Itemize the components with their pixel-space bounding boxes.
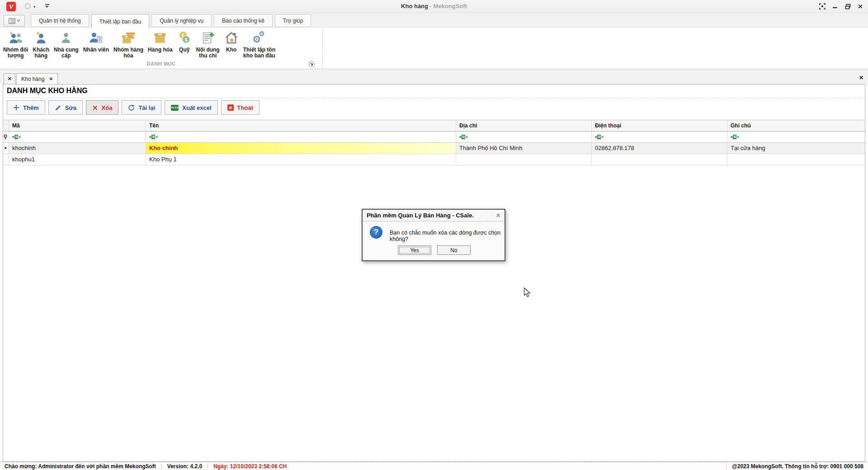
window-title: Kho hàng - MekongSoft xyxy=(0,0,868,13)
cell-ghi-chu[interactable] xyxy=(727,154,865,165)
title-bar: V ▾ Kho hàng - MekongSoft ✕ xyxy=(0,0,868,13)
abc-filter-icon: aBc xyxy=(12,132,21,142)
cell-ma[interactable]: khochinh xyxy=(9,143,146,154)
tab-close-icon[interactable]: ✕ xyxy=(49,76,52,81)
cell-dia-chi[interactable] xyxy=(456,154,592,165)
add-button[interactable]: Thêm xyxy=(7,100,45,115)
exit-button[interactable]: ✕ Thoát xyxy=(221,100,259,115)
header-dia-chi[interactable]: Địa chỉ xyxy=(456,120,592,131)
ribbon-tabs: Quản trị hệ thống Thiết lập ban đầu Quản… xyxy=(31,14,311,28)
minimize-icon xyxy=(832,4,838,9)
delete-button[interactable]: ✕ Xóa xyxy=(86,100,118,115)
ribbon-tab-quan-tri-he-thong[interactable]: Quản trị hệ thống xyxy=(31,14,89,27)
status-version: Version: 4.2.0 xyxy=(167,463,202,470)
ribbon-item-kho[interactable]: Kho xyxy=(222,29,241,53)
ribbon-tab-quan-ly-nghiep-vu[interactable]: Quản lý nghiệp vụ xyxy=(151,14,212,27)
cell-ten[interactable]: Kho Phụ 1 xyxy=(146,154,456,165)
window-controls: ✕ xyxy=(817,0,865,13)
cell-dien-thoai[interactable] xyxy=(592,154,727,165)
red-x-icon: ✕ xyxy=(92,104,98,111)
ribbon-items: Nhóm đối tượng Khách hàng Nhà cung cấp xyxy=(1,29,278,59)
content-panel: DANH MỤC KHO HÀNG Thêm Sửa ✕ Xóa Tải lại… xyxy=(3,84,865,462)
employee-icon xyxy=(89,31,103,45)
header-dien-thoai[interactable]: Điện thoại xyxy=(592,120,727,131)
fit-screen-button[interactable] xyxy=(817,1,827,11)
abc-filter-icon: aBc xyxy=(595,132,604,142)
dialog-message: Bạn có chắc muốn xóa các dòng được chọn … xyxy=(390,230,505,242)
filter-pin-icon xyxy=(3,132,9,142)
fit-screen-icon xyxy=(819,3,826,9)
header-ghi-chu[interactable]: Ghi chú xyxy=(727,120,865,131)
product-icon xyxy=(153,31,167,45)
question-icon: ? xyxy=(370,226,382,239)
yes-button[interactable]: Yes xyxy=(398,245,431,255)
exit-icon: ✕ xyxy=(227,104,234,111)
object-group-icon xyxy=(9,31,23,45)
strip-close-button[interactable]: ✕ xyxy=(859,75,863,81)
document-tab-strip: ✕ Kho hàng ✕ ✕ xyxy=(0,69,868,84)
ribbon-item-nhom-doi-tuong[interactable]: Nhóm đối tượng xyxy=(1,29,30,59)
abc-filter-icon: aBc xyxy=(149,132,158,142)
window-title-main: Kho hàng xyxy=(401,3,428,9)
svg-text:$: $ xyxy=(184,37,187,42)
ribbon-item-nhom-hang-hoa[interactable]: Nhóm hàng hóa xyxy=(111,29,146,59)
document-plus-icon xyxy=(201,31,215,45)
filter-dien-thoai-input[interactable]: aBc xyxy=(592,132,727,142)
pencil-icon xyxy=(55,104,61,111)
application-menu-dropdown-icon xyxy=(17,19,20,22)
status-separator xyxy=(208,464,208,469)
ribbon-tab-bao-cao-thong-ke[interactable]: Báo cáo thống kê xyxy=(214,14,272,27)
restore-button[interactable] xyxy=(843,1,853,11)
status-date: Ngày: 12/10/2023 2:58:06 CH xyxy=(213,463,287,470)
window-title-suffix: - MekongSoft xyxy=(428,3,467,9)
header-ten[interactable]: Tên xyxy=(146,120,456,131)
cell-dia-chi[interactable]: Thành Phố Hồ Chí Minh xyxy=(456,143,592,154)
filter-ghi-chu-input[interactable]: aBc xyxy=(727,132,865,142)
cell-ghi-chu[interactable]: Tại cửa hàng xyxy=(727,143,865,154)
close-all-tabs-button[interactable]: ✕ xyxy=(4,73,15,84)
header-selector-cell xyxy=(3,120,9,131)
close-button[interactable]: ✕ xyxy=(855,1,865,11)
ribbon-item-quy[interactable]: € $ Quỹ xyxy=(175,29,194,53)
status-bar: Chào mừng: Administrator đến với phần mề… xyxy=(0,462,868,470)
status-welcome: Chào mừng: Administrator đến với phần mề… xyxy=(5,463,156,470)
export-excel-button[interactable]: XLSX Xuất excel xyxy=(165,100,217,115)
dialog-close-icon[interactable]: ✕ xyxy=(496,212,500,219)
table-row-khochinh[interactable]: ► khochinh Kho chính Thành Phố Hồ Chí Mi… xyxy=(3,143,865,154)
filter-ma-input[interactable]: aBc xyxy=(9,132,146,142)
xlsx-icon: XLSX xyxy=(171,105,179,111)
dialog-title: Phần mềm Quản Lý Bán Hàng - CSale. xyxy=(367,212,474,219)
active-row-indicator-icon: ► xyxy=(3,143,9,154)
filter-row: aBc aBc aBc aBc aBc xyxy=(3,132,865,143)
row-selector-cell[interactable] xyxy=(3,154,9,165)
reload-button[interactable]: Tải lại xyxy=(122,100,161,115)
filter-dia-chi-input[interactable]: aBc xyxy=(456,132,592,142)
filter-ten-input[interactable]: aBc xyxy=(146,132,456,142)
ribbon-tab-tro-giup[interactable]: Trợ giúp xyxy=(275,14,311,27)
ribbon-group-label: DANH MỤC xyxy=(0,61,322,66)
ribbon-group-separator xyxy=(322,29,323,68)
application-window: V ▾ Kho hàng - MekongSoft ✕ Quản trị hệ xyxy=(0,0,868,470)
ribbon-tab-thiet-lap-ban-dau[interactable]: Thiết lập ban đầu xyxy=(91,14,150,28)
ribbon-item-noi-dung-thu-chi[interactable]: Nội dung thu chi xyxy=(194,29,222,59)
table-header-row: Mã Tên Địa chỉ Điện thoại Ghi chú xyxy=(3,120,865,132)
cell-ma[interactable]: khophu1 xyxy=(9,154,146,165)
warehouse-icon xyxy=(225,31,238,45)
ribbon-item-thiet-lap-ton-kho[interactable]: ⚙ ⚙ Thiết lập tồn kho ban đầu xyxy=(241,29,278,59)
plus-icon xyxy=(13,104,19,111)
ribbon-item-nha-cung-cap[interactable]: Nhà cung cấp xyxy=(52,29,81,59)
ribbon-item-khach-hang[interactable]: Khách hàng xyxy=(30,29,52,59)
cell-dien-thoai[interactable]: 02862.878.178 xyxy=(592,143,727,154)
cell-ten-highlighted[interactable]: Kho chính xyxy=(146,143,456,154)
application-menu-button[interactable] xyxy=(4,15,25,27)
minimize-button[interactable] xyxy=(830,1,840,11)
group-dialog-launcher-icon[interactable] xyxy=(309,61,315,67)
ribbon-item-hang-hoa[interactable]: Hàng hóa xyxy=(146,29,175,53)
table-row-khophu1[interactable]: khophu1 Kho Phụ 1 xyxy=(3,154,865,165)
document-tab-kho-hang[interactable]: Kho hàng ✕ xyxy=(16,73,58,84)
ribbon-item-nhan-vien[interactable]: Nhân viên xyxy=(81,29,111,53)
no-button[interactable]: No xyxy=(437,245,471,255)
header-ma[interactable]: Mã xyxy=(9,120,146,131)
application-menu-icon xyxy=(9,18,15,24)
edit-button[interactable]: Sửa xyxy=(48,100,83,115)
